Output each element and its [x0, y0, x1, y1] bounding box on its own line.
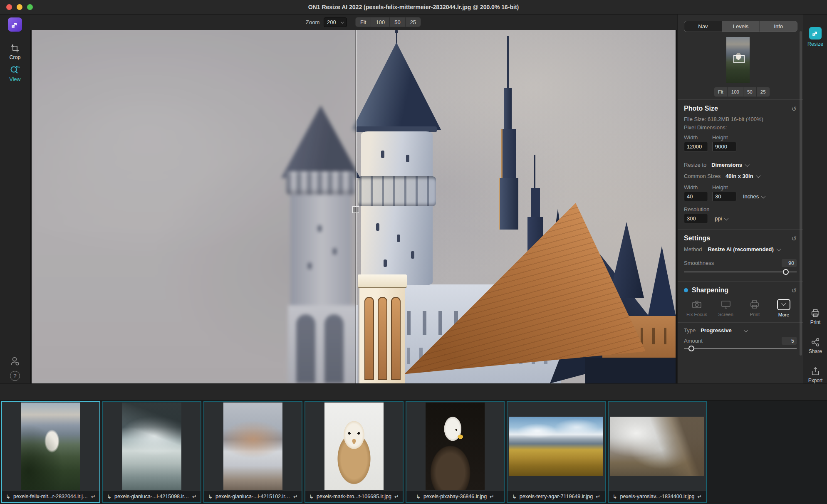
view-icon: [10, 64, 20, 75]
enter-icon[interactable]: ↵: [394, 494, 399, 500]
filmstrip-item[interactable]: ↳pexels-yaroslav...-1834400.lr.jpg↵: [608, 401, 707, 503]
resolution-label: Resolution: [684, 206, 797, 212]
nav-preset-100[interactable]: 100: [728, 87, 743, 96]
enter-icon[interactable]: ↵: [490, 494, 494, 500]
method-label: Method: [684, 246, 702, 252]
pixel-height-label: Height: [712, 134, 728, 141]
versions-icon: ↳: [208, 494, 213, 500]
smoothness-slider[interactable]: [684, 269, 797, 275]
zoom-preset-fit[interactable]: Fit: [356, 17, 371, 27]
zoom-preset-50[interactable]: 50: [390, 17, 405, 27]
crop-tool-button[interactable]: Crop: [0, 43, 30, 60]
print-sharpen-button[interactable]: Print: [742, 299, 768, 317]
smoothness-slider-thumb[interactable]: [783, 269, 789, 275]
thumbnail-image: [610, 417, 704, 476]
chevron-down-icon: [761, 193, 766, 198]
fix-focus-button[interactable]: Fix Focus: [684, 299, 710, 317]
crop-icon: [10, 43, 20, 53]
filmstrip-item[interactable]: ↳pexels-gianluca-...i-4215102.lr.jpg↵: [203, 401, 302, 503]
resolution-field[interactable]: 300: [684, 214, 708, 223]
window-title: ON1 Resize AI 2022 (pexels-felix-mitterm…: [0, 0, 827, 14]
view-tool-button[interactable]: View: [0, 64, 30, 82]
pixel-width-field[interactable]: 12000: [684, 142, 708, 151]
resize-icon: [809, 27, 822, 40]
share-label: Share: [803, 348, 827, 354]
enter-icon[interactable]: ↵: [91, 494, 96, 500]
fix-focus-label: Fix Focus: [684, 312, 710, 317]
module-rail: Resize Print Share Export: [803, 15, 827, 383]
sharpening-enable-toggle[interactable]: [684, 288, 688, 292]
sharpening-reset-icon[interactable]: ↺: [791, 287, 797, 294]
tab-levels[interactable]: Levels: [722, 21, 760, 32]
filmstrip-item[interactable]: ↳pexels-terry-agar-7119649.lr.jpg↵: [507, 401, 606, 503]
sharpening-title: Sharpening: [692, 287, 728, 294]
after-pane[interactable]: [356, 30, 676, 383]
navigator-view-rect[interactable]: [733, 55, 745, 63]
settings-reset-icon[interactable]: ↺: [791, 235, 797, 242]
pixel-dimensions-label: Pixel Dimensions:: [684, 124, 797, 131]
amount-value[interactable]: 5: [782, 337, 797, 345]
help-button[interactable]: ?: [0, 371, 30, 381]
enter-icon[interactable]: ↵: [698, 494, 702, 500]
enter-icon[interactable]: ↵: [293, 494, 298, 500]
units-dropdown[interactable]: Inches: [743, 193, 765, 200]
nav-preset-25[interactable]: 25: [757, 87, 770, 96]
resize-to-dropdown[interactable]: Dimensions: [711, 162, 749, 168]
filmstrip-item[interactable]: ↳pexels-mark-bro...t-106685.lr.jpg↵: [305, 401, 404, 503]
zoom-dropdown[interactable]: 200: [324, 17, 347, 27]
zoom-preset-100[interactable]: 100: [371, 17, 390, 27]
right-panel: Nav Levels Info Fit 100 50 25 Photo Size…: [677, 15, 803, 383]
method-dropdown[interactable]: Resize AI (recommended): [708, 246, 780, 252]
compare-split-handle[interactable]: [352, 206, 359, 213]
filmstrip-item[interactable]: ↳pexels-gianluca-...i-4215098.lr.jpg↵: [102, 401, 201, 503]
navigator-preview[interactable]: [726, 37, 750, 83]
export-button[interactable]: Export: [803, 366, 827, 383]
common-sizes-dropdown[interactable]: 40in x 30in: [725, 173, 760, 179]
photo-artwork: [356, 30, 676, 383]
resolution-units-value: ppi: [715, 215, 722, 222]
account-button[interactable]: [0, 356, 30, 367]
panel-tab-group: Nav Levels Info: [684, 21, 797, 32]
enter-icon[interactable]: ↵: [192, 494, 197, 500]
resize-module-button[interactable]: Resize: [803, 27, 827, 47]
chevron-down-icon: [724, 215, 729, 220]
doc-width-label: Width: [684, 184, 708, 190]
zoom-toolbar: Zoom 200 Fit 100 50 25: [30, 15, 677, 30]
photo-size-reset-icon[interactable]: ↺: [791, 106, 797, 112]
amount-slider-thumb[interactable]: [688, 346, 694, 351]
type-value: Progressive: [701, 327, 731, 334]
filmstrip-item[interactable]: ↳pexels-pixabay-36846.lr.jpg↵: [406, 401, 505, 503]
more-icon: [777, 299, 790, 310]
bottom-toolbar: A ✓ Preview Sync Reset All Cancel Done: [0, 383, 827, 400]
chevron-down-icon: [743, 327, 748, 332]
versions-icon: ↳: [613, 494, 617, 500]
more-button[interactable]: More: [771, 299, 797, 317]
zoom-preset-25[interactable]: 25: [406, 17, 421, 27]
method-value: Resize AI (recommended): [708, 246, 773, 252]
thumbnail-image: [426, 403, 485, 490]
enter-icon[interactable]: ↵: [596, 494, 600, 500]
type-dropdown[interactable]: Progressive: [701, 327, 747, 334]
panel-scrollbar[interactable]: [800, 31, 802, 356]
share-button[interactable]: Share: [803, 337, 827, 354]
doc-width-field[interactable]: 40: [684, 192, 708, 201]
resolution-units-dropdown[interactable]: ppi: [715, 215, 728, 222]
tab-nav[interactable]: Nav: [684, 21, 722, 32]
filmstrip-item[interactable]: ↳pexels-felix-mit...r-2832044.lr.jpg↵: [1, 401, 100, 503]
screen-label: Screen: [713, 312, 739, 317]
resize-module-label: Resize: [803, 41, 827, 47]
doc-height-field[interactable]: 30: [712, 192, 736, 201]
tab-info[interactable]: Info: [760, 21, 797, 32]
image-preview[interactable]: [32, 30, 676, 383]
nav-preset-50[interactable]: 50: [743, 87, 757, 96]
pixel-height-field[interactable]: 9000: [712, 142, 736, 151]
print-button[interactable]: Print: [803, 308, 827, 325]
printer-icon: [749, 299, 760, 310]
nav-preset-fit[interactable]: Fit: [714, 87, 728, 96]
before-pane[interactable]: [32, 30, 356, 383]
smoothness-value[interactable]: 90: [782, 259, 797, 267]
amount-slider[interactable]: [684, 346, 797, 351]
print-label: Print: [803, 319, 827, 325]
screen-button[interactable]: Screen: [713, 299, 739, 317]
export-icon: [810, 366, 820, 376]
